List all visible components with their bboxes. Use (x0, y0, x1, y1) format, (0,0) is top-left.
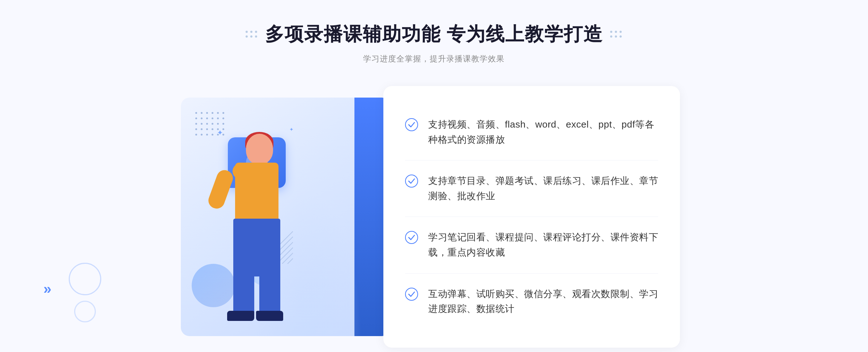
check-icon-2 (405, 175, 418, 188)
decorative-dots-right (610, 31, 622, 38)
check-icon-3 (405, 231, 418, 244)
feature-item-2: 支持章节目录、弹题考试、课后练习、课后作业、章节测验、批改作业 (405, 160, 658, 217)
features-panel: 支持视频、音频、flash、word、excel、ppt、pdf等各种格式的资源… (383, 86, 680, 348)
feature-text-2: 支持章节目录、弹题考试、课后练习、课后作业、章节测验、批改作业 (428, 173, 658, 203)
main-content: ✦ ✦ (181, 86, 687, 348)
feature-text-3: 学习笔记回看、课程提问、课程评论打分、课件资料下载，重点内容收藏 (428, 230, 658, 260)
page-container: 多项录播课辅助功能 专为线上教学打造 学习进度全掌握，提升录播课教学效果 (0, 0, 868, 352)
check-icon-4 (405, 288, 418, 301)
feature-item-4: 互动弹幕、试听购买、微信分享、观看次数限制、学习进度跟踪、数据统计 (405, 274, 658, 330)
person-shoe-left (227, 311, 254, 321)
illustration-card: ✦ ✦ (181, 98, 391, 336)
feature-item-3: 学习笔记回看、课程提问、课程评论打分、课件资料下载，重点内容收藏 (405, 217, 658, 273)
svg-point-6 (405, 119, 418, 131)
person-pants (233, 219, 280, 276)
page-subtitle: 学习进度全掌握，提升录播课教学效果 (246, 53, 622, 64)
feature-text-4: 互动弹幕、试听购买、微信分享、观看次数限制、学习进度跟踪、数据统计 (428, 287, 658, 317)
person-shoe-right (256, 311, 283, 321)
person-illustration (203, 134, 304, 336)
person-leg-right (259, 269, 280, 316)
page-title: 多项录播课辅助功能 专为线上教学打造 (265, 22, 603, 47)
person-torso (235, 163, 278, 224)
person-leg-left (233, 269, 254, 316)
svg-point-8 (405, 231, 418, 244)
check-icon-1 (405, 118, 418, 131)
svg-point-9 (405, 288, 418, 300)
person-head (246, 134, 273, 164)
header-section: 多项录播课辅助功能 专为线上教学打造 学习进度全掌握，提升录播课教学效果 (246, 22, 622, 64)
chevron-decoration: » (43, 281, 51, 297)
person-arm-left (206, 168, 235, 211)
feature-text-1: 支持视频、音频、flash、word、excel、ppt、pdf等各种格式的资源… (428, 117, 658, 147)
svg-point-7 (405, 175, 418, 187)
sparkle-icon-2: ✦ (289, 126, 294, 132)
feature-item-1: 支持视频、音频、flash、word、excel、ppt、pdf等各种格式的资源… (405, 104, 658, 160)
title-wrapper: 多项录播课辅助功能 专为线上教学打造 (246, 22, 622, 47)
decorative-dots-left (246, 31, 258, 38)
outer-circle-group (69, 263, 101, 322)
